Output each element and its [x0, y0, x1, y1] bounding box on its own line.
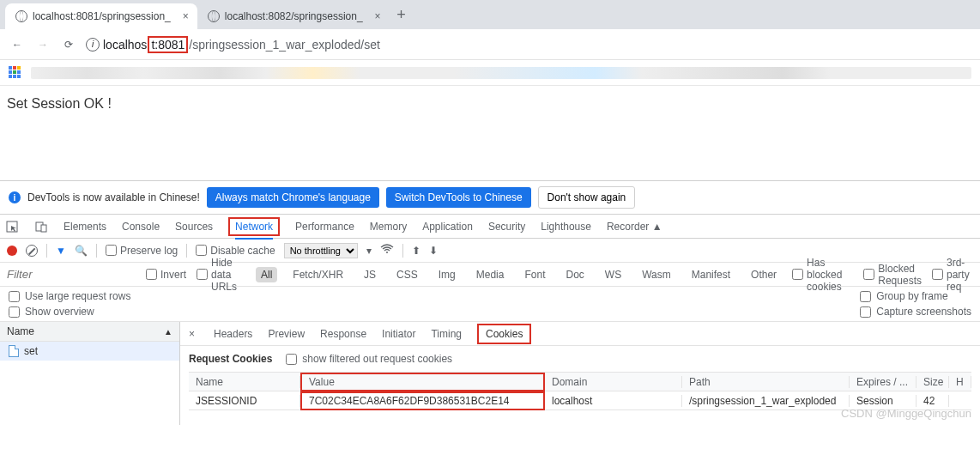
tab-elements[interactable]: Elements: [64, 215, 106, 238]
clear-icon[interactable]: [26, 245, 38, 257]
request-name: set: [24, 345, 38, 357]
type-img[interactable]: Img: [433, 267, 461, 282]
url-field[interactable]: i localhost:8081/springsession_1_war_exp…: [86, 36, 971, 53]
request-detail: × Headers Preview Response Initiator Tim…: [180, 322, 980, 425]
disable-cache-checkbox[interactable]: Disable cache: [196, 245, 275, 257]
new-tab-button[interactable]: +: [390, 3, 414, 27]
type-wasm[interactable]: Wasm: [637, 267, 676, 282]
cookies-header-row: Name Value Domain Path Expires / ... Siz…: [189, 373, 971, 391]
page-body: Set Session OK !: [0, 86, 980, 180]
tab-recorder[interactable]: Recorder ▲: [607, 215, 662, 238]
match-language-button[interactable]: Always match Chrome's language: [207, 187, 379, 208]
col-size[interactable]: Size: [916, 376, 949, 388]
reload-button[interactable]: ⟳: [60, 36, 77, 53]
tab-title: localhost:8081/springsession_: [33, 10, 171, 22]
switch-language-button[interactable]: Switch DevTools to Chinese: [386, 187, 531, 208]
tab-security[interactable]: Security: [488, 215, 525, 238]
subtab-timing[interactable]: Timing: [431, 325, 462, 343]
col-name[interactable]: Name: [189, 376, 300, 388]
address-bar: ← → ⟳ i localhost:8081/springsession_1_w…: [0, 29, 980, 60]
tab-network[interactable]: Network: [235, 215, 273, 240]
filter-input[interactable]: [7, 268, 136, 281]
download-icon[interactable]: ⬇: [429, 245, 438, 257]
browser-tab-bar: localhost:8081/springsession_ × localhos…: [0, 0, 980, 29]
request-list: Name ▲ set: [0, 322, 180, 425]
svg-point-3: [386, 252, 388, 253]
forward-button[interactable]: →: [34, 36, 51, 53]
subtab-cookies[interactable]: Cookies: [486, 325, 523, 343]
col-httponly[interactable]: H: [949, 376, 971, 388]
type-ws[interactable]: WS: [600, 267, 626, 282]
tab-memory[interactable]: Memory: [370, 215, 407, 238]
tab-console[interactable]: Console: [122, 215, 160, 238]
tab-application[interactable]: Application: [422, 215, 473, 238]
type-doc[interactable]: Doc: [560, 267, 589, 282]
devtools-notice: i DevTools is now available in Chinese! …: [0, 180, 980, 215]
type-other[interactable]: Other: [746, 267, 782, 282]
type-fetch[interactable]: Fetch/XHR: [287, 267, 348, 282]
subtab-initiator[interactable]: Initiator: [382, 325, 415, 343]
throttling-select[interactable]: No throttling: [284, 243, 358, 258]
inspect-icon[interactable]: [5, 220, 19, 234]
type-manifest[interactable]: Manifest: [687, 267, 735, 282]
tab-sources[interactable]: Sources: [175, 215, 213, 238]
col-path[interactable]: Path: [682, 376, 850, 388]
cookie-expires: Session: [850, 395, 916, 407]
type-media[interactable]: Media: [471, 267, 510, 282]
apps-icon[interactable]: [9, 66, 22, 80]
col-expires[interactable]: Expires / ...: [850, 376, 916, 388]
subtab-headers[interactable]: Headers: [214, 325, 252, 343]
cookie-row[interactable]: JSESSIONID 7C02C34ECA8A6F62DF9D386531BC2…: [189, 391, 971, 410]
type-font[interactable]: Font: [519, 267, 550, 282]
browser-tab-active[interactable]: localhost:8081/springsession_ ×: [5, 3, 197, 29]
subtab-preview[interactable]: Preview: [268, 325, 305, 343]
request-row[interactable]: set: [0, 342, 179, 361]
globe-icon: [15, 10, 27, 22]
cookie-value: 7C02C34ECA8A6F62DF9D386531BC2E14: [309, 395, 509, 407]
url-port-highlight: t:8081: [148, 36, 188, 53]
close-detail-icon[interactable]: ×: [185, 328, 198, 340]
wifi-icon[interactable]: [380, 244, 394, 257]
back-button[interactable]: ←: [9, 36, 26, 53]
site-info-icon[interactable]: i: [86, 38, 100, 52]
large-rows-checkbox[interactable]: Use large request rows: [9, 290, 130, 302]
third-party-checkbox[interactable]: 3rd-party req: [932, 257, 973, 293]
show-overview-checkbox[interactable]: Show overview: [9, 306, 130, 318]
cookies-section: Request Cookies show filtered out reques…: [180, 346, 980, 417]
blocked-requests-checkbox[interactable]: Blocked Requests: [863, 263, 922, 287]
request-list-header[interactable]: Name ▲: [0, 322, 179, 342]
blocked-cookies-checkbox[interactable]: Has blocked cookies: [792, 257, 853, 293]
sort-asc-icon: ▲: [164, 327, 172, 337]
upload-icon[interactable]: ⬆: [412, 245, 420, 257]
hide-data-urls-checkbox[interactable]: Hide data URLs: [197, 257, 245, 293]
preserve-log-checkbox[interactable]: Preserve log: [106, 245, 178, 257]
tab-performance[interactable]: Performance: [295, 215, 354, 238]
cookie-value-highlight: 7C02C34ECA8A6F62DF9D386531BC2E14: [300, 391, 545, 410]
col-domain[interactable]: Domain: [545, 376, 682, 388]
globe-icon: [208, 10, 220, 22]
dismiss-button[interactable]: Don't show again: [538, 186, 636, 209]
tab-title: localhost:8082/springsession_: [225, 10, 363, 22]
tab-network-highlight: Network: [228, 217, 280, 236]
filter-row: Invert Hide data URLs All Fetch/XHR JS C…: [0, 263, 980, 287]
record-icon[interactable]: [7, 246, 17, 256]
search-icon[interactable]: 🔍: [75, 245, 88, 257]
tab-lighthouse[interactable]: Lighthouse: [541, 215, 591, 238]
close-icon[interactable]: ×: [375, 10, 381, 22]
type-js[interactable]: JS: [359, 267, 381, 282]
col-value-highlight: Value: [300, 373, 545, 391]
capture-screenshots-checkbox[interactable]: Capture screenshots: [860, 306, 971, 318]
type-all[interactable]: All: [256, 267, 277, 282]
type-css[interactable]: CSS: [391, 267, 423, 282]
close-icon[interactable]: ×: [183, 10, 189, 22]
network-body: Name ▲ set × Headers Preview Response In…: [0, 322, 980, 425]
show-filtered-checkbox[interactable]: show filtered out request cookies: [286, 353, 452, 365]
subtab-response[interactable]: Response: [320, 325, 366, 343]
chevron-down-icon[interactable]: ▾: [366, 245, 372, 257]
group-by-frame-checkbox[interactable]: Group by frame: [860, 290, 971, 302]
device-icon[interactable]: [34, 220, 48, 234]
invert-checkbox[interactable]: Invert: [146, 269, 186, 281]
bookmark-blur: [31, 67, 971, 79]
browser-tab-inactive[interactable]: localhost:8082/springsession_ ×: [197, 3, 390, 29]
filter-icon[interactable]: ▼: [56, 245, 66, 257]
